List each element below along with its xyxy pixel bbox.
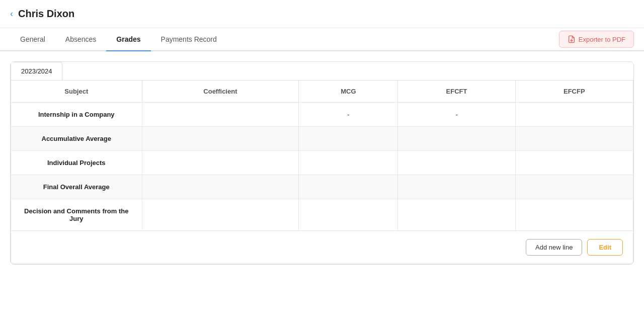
grades-card: 2023/2024 Subject Coefficient MCG EFCFT … xyxy=(10,61,634,265)
cell-3-4 xyxy=(515,175,633,199)
col-subject: Subject xyxy=(11,81,142,103)
cell-2-0: Individual Projects xyxy=(11,151,142,175)
col-efcft: EFCFT xyxy=(398,81,515,103)
back-button[interactable]: ‹ xyxy=(10,9,13,19)
table-container: Subject Coefficient MCG EFCFT EFCFP Inte… xyxy=(11,81,633,264)
cell-2-2 xyxy=(299,151,398,175)
add-new-line-button[interactable]: Add new line xyxy=(526,239,582,256)
export-pdf-button[interactable]: Exporter to PDF xyxy=(559,31,634,48)
year-tab-2023[interactable]: 2023/2024 xyxy=(11,62,62,80)
page-title: Chris Dixon xyxy=(18,8,74,20)
cell-0-4 xyxy=(515,103,633,127)
cell-2-3 xyxy=(398,151,515,175)
col-coefficient: Coefficient xyxy=(142,81,299,103)
main-content: 2023/2024 Subject Coefficient MCG EFCFT … xyxy=(0,51,644,285)
table-footer: Add new line Edit xyxy=(11,230,633,264)
col-efcfp: EFCFP xyxy=(515,81,633,103)
tab-payments[interactable]: Payments Record xyxy=(151,28,227,51)
cell-0-1 xyxy=(142,103,299,127)
table-row: Internship in a Company-- xyxy=(11,103,633,127)
table-row: Decision and Comments from the Jury xyxy=(11,199,633,231)
edit-button[interactable]: Edit xyxy=(587,239,623,256)
header: ‹ Chris Dixon xyxy=(0,0,644,28)
col-mcg: MCG xyxy=(299,81,398,103)
cell-1-1 xyxy=(142,127,299,151)
tab-general[interactable]: General xyxy=(10,28,55,51)
grades-table: Subject Coefficient MCG EFCFT EFCFP Inte… xyxy=(11,81,633,230)
cell-1-0: Accumulative Average xyxy=(11,127,142,151)
cell-3-0: Final Overall Average xyxy=(11,175,142,199)
cell-1-4 xyxy=(515,127,633,151)
cell-1-3 xyxy=(398,127,515,151)
cell-0-3: - xyxy=(398,103,515,127)
cell-3-2 xyxy=(299,175,398,199)
cell-4-4 xyxy=(515,199,633,231)
cell-2-4 xyxy=(515,151,633,175)
back-icon: ‹ xyxy=(10,9,13,19)
cell-0-0: Internship in a Company xyxy=(11,103,142,127)
tabs-bar: General Absences Grades Payments Record … xyxy=(0,28,644,51)
cell-4-0: Decision and Comments from the Jury xyxy=(11,199,142,231)
export-label: Exporter to PDF xyxy=(579,36,625,43)
table-row: Individual Projects xyxy=(11,151,633,175)
cell-4-1 xyxy=(142,199,299,231)
export-icon xyxy=(568,35,576,43)
cell-4-3 xyxy=(398,199,515,231)
table-header-row: Subject Coefficient MCG EFCFT EFCFP xyxy=(11,81,633,103)
cell-3-1 xyxy=(142,175,299,199)
tab-absences[interactable]: Absences xyxy=(55,28,106,51)
table-row: Accumulative Average xyxy=(11,127,633,151)
cell-3-3 xyxy=(398,175,515,199)
cell-1-2 xyxy=(299,127,398,151)
year-tabs: 2023/2024 xyxy=(11,62,633,81)
cell-4-2 xyxy=(299,199,398,231)
cell-0-2: - xyxy=(299,103,398,127)
cell-2-1 xyxy=(142,151,299,175)
table-row: Final Overall Average xyxy=(11,175,633,199)
tab-grades[interactable]: Grades xyxy=(106,28,150,51)
